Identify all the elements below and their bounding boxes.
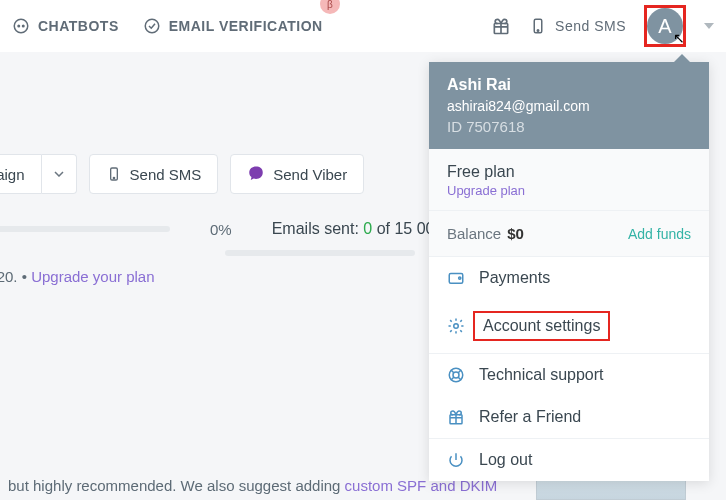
campaign-button[interactable]: ampaign	[0, 154, 42, 194]
chevron-down-icon[interactable]	[704, 23, 714, 29]
send-viber-button[interactable]: Send Viber	[230, 154, 364, 194]
svg-point-10	[459, 277, 461, 279]
svg-point-0	[14, 19, 28, 33]
campaign-dropdown[interactable]	[42, 154, 77, 194]
menu-logout[interactable]: Log out	[429, 439, 709, 481]
gift-icon	[447, 408, 465, 426]
avatar-letter: A	[658, 15, 671, 38]
lifebuoy-icon	[447, 366, 465, 384]
dropdown-header: Ashi Rai ashirai824@gmail.com ID 7507618	[429, 62, 709, 149]
menu-account-settings[interactable]: Account settings	[429, 299, 709, 353]
wallet-icon	[447, 269, 465, 287]
add-funds-link[interactable]: Add funds	[628, 226, 691, 242]
progress-bar-1	[0, 226, 170, 232]
svg-point-6	[537, 30, 539, 32]
send-sms-button[interactable]: Send SMS	[89, 154, 219, 194]
nav-emailverif-label: EMAIL VERIFICATION	[169, 18, 323, 34]
beta-badge: β	[320, 0, 340, 14]
cursor-icon: ↖	[673, 30, 685, 46]
campaign-split-button: ampaign	[0, 154, 77, 194]
svg-point-8	[113, 177, 114, 178]
user-dropdown: Ashi Rai ashirai824@gmail.com ID 7507618…	[429, 62, 709, 481]
user-email: ashirai824@gmail.com	[447, 98, 691, 114]
menu-support[interactable]: Technical support	[429, 354, 709, 396]
user-name: Ashi Rai	[447, 76, 691, 94]
gift-icon[interactable]	[491, 16, 511, 36]
svg-point-3	[145, 19, 159, 33]
progress-bar-2	[225, 250, 415, 256]
nav-emailverif[interactable]: EMAIL VERIFICATION	[143, 17, 323, 35]
balance-row: Balance $0 Add funds	[429, 211, 709, 257]
chevron-down-icon	[54, 171, 64, 177]
balance-label: Balance	[447, 225, 501, 242]
menu-refer[interactable]: Refer a Friend	[429, 396, 709, 438]
phone-icon	[106, 166, 122, 182]
percent-value: 0%	[210, 221, 232, 238]
menu-payments[interactable]: Payments	[429, 257, 709, 299]
plan-block: Free plan Upgrade plan	[429, 149, 709, 211]
send-sms-label: Send SMS	[555, 18, 626, 34]
avatar-highlight: A ↖	[644, 5, 686, 47]
topbar: CHATBOTS EMAIL VERIFICATION β Send SMS A…	[0, 0, 726, 52]
user-avatar[interactable]: A ↖	[647, 8, 683, 44]
balance-value: $0	[507, 225, 524, 242]
check-circle-icon	[143, 17, 161, 35]
power-icon	[447, 451, 465, 469]
footnote: but highly recommended. We also suggest …	[8, 477, 497, 494]
svg-point-11	[454, 324, 459, 329]
upgrade-plan-link-dd[interactable]: Upgrade plan	[447, 183, 691, 198]
upgrade-plan-link[interactable]: Upgrade your plan	[31, 268, 154, 285]
user-id: ID 7507618	[447, 118, 691, 135]
plan-name: Free plan	[447, 163, 691, 181]
svg-point-1	[18, 25, 20, 27]
svg-point-2	[23, 25, 25, 27]
nav-chatbots-label: CHATBOTS	[38, 18, 119, 34]
gear-icon	[447, 317, 465, 335]
svg-point-13	[453, 372, 459, 378]
phone-icon	[529, 17, 547, 35]
nav-chatbots[interactable]: CHATBOTS	[12, 17, 119, 35]
send-sms-link[interactable]: Send SMS	[529, 17, 626, 35]
emails-sent: Emails sent: 0 of 15 000	[272, 220, 444, 238]
chat-icon	[12, 17, 30, 35]
topbar-right: Send SMS A ↖	[491, 5, 714, 47]
viber-icon	[247, 165, 265, 183]
